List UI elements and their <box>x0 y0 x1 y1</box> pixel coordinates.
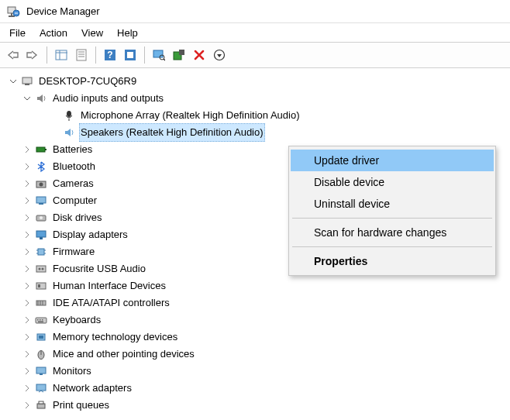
svg-rect-34 <box>36 231 46 237</box>
svg-rect-2 <box>9 15 15 17</box>
expander-closed-icon[interactable] <box>22 332 33 343</box>
svg-rect-31 <box>39 203 43 205</box>
tree-label: Bluetooth <box>51 158 97 175</box>
tree-category-monitors[interactable]: Monitors <box>3 363 507 380</box>
help-icon: ? <box>104 49 116 61</box>
svg-rect-60 <box>40 374 43 375</box>
expander-closed-icon[interactable] <box>22 212 33 223</box>
computer-icon <box>20 74 34 88</box>
display-adapter-icon <box>34 228 48 242</box>
expander-closed-icon[interactable] <box>22 315 33 325</box>
arrow-right-icon <box>26 50 39 60</box>
expander-closed-icon[interactable] <box>22 195 33 206</box>
expander-open-icon[interactable] <box>8 76 19 87</box>
toolbar-separator <box>144 46 145 64</box>
ctx-scan-hardware[interactable]: Scan for hardware changes <box>291 222 494 243</box>
down-circle-icon <box>213 49 226 61</box>
expander-closed-icon[interactable] <box>22 246 33 257</box>
tree-category-keyboards[interactable]: Keyboards <box>3 312 507 329</box>
tree-label: Speakers (Realtek High Definition Audio) <box>79 123 265 142</box>
expander-open-icon[interactable] <box>22 93 33 104</box>
tree-label: Human Interface Devices <box>51 277 167 294</box>
forward-button[interactable] <box>23 46 42 64</box>
printer-icon <box>34 398 48 412</box>
disk-icon <box>34 211 48 225</box>
svg-point-29 <box>40 183 43 187</box>
expander-closed-icon[interactable] <box>22 366 33 377</box>
ctx-uninstall-device[interactable]: Uninstall device <box>291 193 494 215</box>
svg-rect-59 <box>36 367 46 374</box>
tree-label: Batteries <box>51 141 94 158</box>
speaker-icon <box>62 126 76 139</box>
expander-closed-icon[interactable] <box>22 298 33 308</box>
svg-rect-15 <box>127 52 133 58</box>
tree-device-speakers[interactable]: Speakers (Realtek High Definition Audio) <box>3 124 507 141</box>
expander-closed-icon[interactable] <box>22 281 33 291</box>
add-hardware-icon <box>173 49 185 61</box>
tree-category-print[interactable]: Print queues <box>3 397 507 414</box>
show-hide-tree-button[interactable] <box>52 46 71 64</box>
svg-point-24 <box>67 111 71 117</box>
menu-action[interactable]: Action <box>35 26 77 40</box>
console-tree-icon <box>55 49 67 61</box>
tree-label: Computer <box>51 192 98 209</box>
disable-button[interactable] <box>210 46 229 64</box>
svg-rect-4 <box>15 12 18 13</box>
red-x-icon <box>193 49 205 61</box>
bluetooth-icon <box>34 160 48 174</box>
tree-label: Disk drives <box>51 209 104 226</box>
monitor-search-icon <box>153 49 165 61</box>
tree-category-hid[interactable]: Human Interface Devices <box>3 277 507 294</box>
back-button[interactable] <box>3 46 22 64</box>
menu-view[interactable]: View <box>77 26 112 40</box>
svg-rect-30 <box>36 197 46 203</box>
help-button[interactable]: ? <box>101 46 119 64</box>
svg-point-33 <box>40 216 43 219</box>
expander-closed-icon[interactable] <box>22 263 33 274</box>
svg-rect-8 <box>77 50 86 60</box>
menu-help[interactable]: Help <box>112 26 147 40</box>
tree-label: Memory technology devices <box>51 329 179 346</box>
expander-closed-icon[interactable] <box>22 178 33 189</box>
toolbar-separator <box>47 46 47 64</box>
expander-closed-icon[interactable] <box>22 161 33 172</box>
tree-category-ide[interactable]: IDE ATA/ATAPI controllers <box>3 294 507 312</box>
tree-label: Print queues <box>51 397 111 414</box>
svg-rect-35 <box>40 237 43 239</box>
uninstall-button[interactable] <box>190 46 208 64</box>
action-button[interactable] <box>121 46 140 64</box>
svg-rect-1 <box>11 13 12 15</box>
properties-toolbar-button[interactable] <box>72 46 91 64</box>
ctx-disable-device[interactable]: Disable device <box>291 171 494 193</box>
tree-category-memory[interactable]: Memory technology devices <box>3 329 507 346</box>
expander-closed-icon[interactable] <box>22 400 33 411</box>
ctx-update-driver[interactable]: Update driver <box>291 150 494 171</box>
svg-rect-22 <box>22 77 32 84</box>
tree-device-microphone[interactable]: Microphone Array (Realtek High Definitio… <box>3 107 507 124</box>
network-icon <box>34 381 48 395</box>
memory-icon <box>34 330 48 344</box>
tree-category-audio[interactable]: Audio inputs and outputs <box>3 90 507 107</box>
expander-closed-icon[interactable] <box>22 383 33 394</box>
tree-category-network[interactable]: Network adapters <box>3 380 507 397</box>
toolbar: ? <box>0 42 510 68</box>
scan-hardware-button[interactable] <box>150 46 168 64</box>
menu-file[interactable]: File <box>5 26 35 40</box>
ctx-properties[interactable]: Properties <box>291 250 494 272</box>
tree-label: Audio inputs and outputs <box>51 90 165 107</box>
svg-rect-36 <box>38 249 44 255</box>
arrow-left-icon <box>6 50 19 60</box>
svg-rect-54 <box>38 322 43 323</box>
monitor-icon <box>34 364 48 378</box>
svg-point-43 <box>42 268 44 270</box>
expander-closed-icon[interactable] <box>22 349 33 360</box>
expander-closed-icon[interactable] <box>22 144 33 155</box>
tree-category-mice[interactable]: Mice and other pointing devices <box>3 346 507 363</box>
tree-root[interactable]: DESKTOP-7CUQ6R9 <box>3 73 507 90</box>
svg-rect-53 <box>42 319 43 321</box>
svg-rect-20 <box>179 50 184 55</box>
hid-icon <box>34 279 48 293</box>
tree-label: Microphone Array (Realtek High Definitio… <box>79 107 302 124</box>
add-hardware-button[interactable] <box>170 46 188 64</box>
expander-closed-icon[interactable] <box>22 229 33 240</box>
